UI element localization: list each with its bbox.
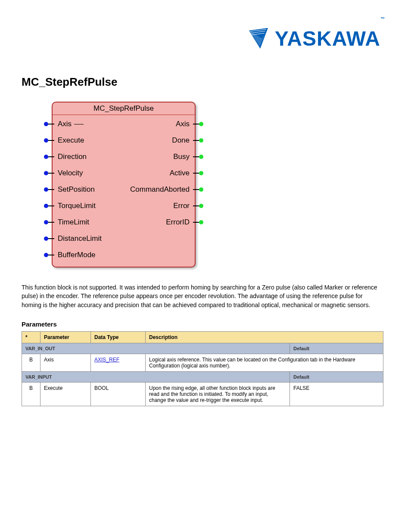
fb-input-velocity: Velocity [56, 165, 102, 181]
fb-title: MC_StepRefPulse [53, 103, 195, 115]
page-title: MC_StepRefPulse [22, 75, 389, 89]
cell-exec-desc: Upon the rising edge, all other function… [146, 382, 290, 406]
fb-output-busy: Busy [130, 149, 191, 165]
fb-input-direction: Direction [56, 149, 102, 165]
parameters-heading: Parameters [22, 320, 389, 328]
cell-axis-desc: Logical axis reference. This value can b… [146, 354, 383, 371]
col-header-description: Description [146, 331, 383, 343]
col-header-parameter: Parameter [40, 331, 91, 343]
cell-exec-type: BOOL [91, 382, 146, 406]
cell-exec-bflag: B [22, 382, 40, 406]
function-block-diagram: MC_StepRefPulse Axis Execute Direction V… [52, 102, 389, 268]
fb-output-commandaborted: CommandAborted [130, 181, 191, 198]
group-default-2: Default [290, 371, 383, 382]
cell-exec-name: Execute [40, 382, 91, 406]
group-var-input: VAR_INPUT [22, 371, 290, 382]
cell-axis-name: Axis [40, 354, 91, 371]
fb-output-error: Error [130, 198, 191, 214]
col-header-datatype: Data Type [91, 331, 146, 343]
fb-output-done: Done [130, 132, 191, 149]
cell-axis-bflag: B [22, 354, 40, 371]
fb-input-axis: Axis [56, 116, 102, 132]
fb-input-torquelimit: TorqueLimit [56, 198, 102, 214]
table-row: B Execute BOOL Upon the rising edge, all… [22, 382, 383, 406]
axis-ref-link[interactable]: AXIS_REF [94, 357, 119, 363]
cell-exec-default: FALSE [290, 382, 383, 406]
col-header-star: * [22, 331, 40, 343]
fb-output-errorid: ErrorID [130, 214, 191, 230]
fb-input-distancelimit: DistanceLimit [56, 230, 102, 247]
cell-axis-type: AXIS_REF [91, 354, 146, 371]
fb-output-axis: Axis [130, 116, 191, 132]
description-text: This function block is not supported. It… [22, 283, 383, 309]
parameters-table: * Parameter Data Type Description VAR_IN… [22, 331, 383, 406]
brand-mark-icon [247, 27, 271, 50]
fb-input-setposition: SetPosition [56, 181, 102, 198]
fb-input-buffermode: BufferMode [56, 247, 102, 263]
fb-output-active: Active [130, 165, 191, 181]
brand-logo: YASKAWA™ [247, 27, 385, 50]
brand-text: YASKAWA™ [275, 27, 385, 50]
table-row: B Axis AXIS_REF Logical axis reference. … [22, 354, 383, 371]
fb-input-execute: Execute [56, 132, 102, 149]
group-default-1: Default [290, 343, 383, 354]
fb-input-timelimit: TimeLimit [56, 214, 102, 230]
group-var-in-out: VAR_IN_OUT [22, 343, 290, 354]
